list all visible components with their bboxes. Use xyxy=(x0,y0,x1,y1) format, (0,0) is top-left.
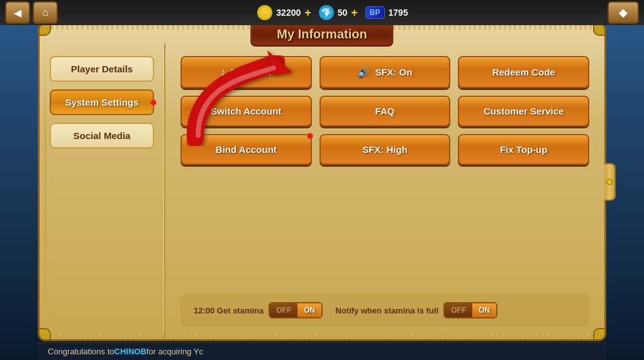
faq-button[interactable]: FAQ xyxy=(319,96,451,127)
sidebar-item-system-settings[interactable]: System Settings xyxy=(50,89,154,115)
profile-icon: ◆ xyxy=(619,6,628,20)
sidebar-label-system-settings: System Settings xyxy=(65,97,139,108)
topbar-left-buttons: ◀ ⌂ xyxy=(5,1,58,24)
sfx-icon: 🔊 xyxy=(357,66,370,78)
stamina-full-off[interactable]: OFF xyxy=(445,303,472,317)
corner-tr xyxy=(593,23,606,36)
sidebar-item-player-details[interactable]: Player Details xyxy=(50,56,154,82)
topbar: ◀ ⌂ 🪙 32200 + 💎 50 + BP 1795 ◆ xyxy=(0,0,644,25)
home-button[interactable]: ⌂ xyxy=(33,1,58,24)
sidebar-label-social-media: Social Media xyxy=(74,130,131,141)
customer-service-button[interactable]: Customer Service xyxy=(458,96,589,127)
stamina-time-switch[interactable]: OFF ON xyxy=(269,302,323,318)
gem-icon: 💎 xyxy=(319,5,334,20)
panel-right-handle[interactable] xyxy=(604,163,616,201)
bind-account-red-dot xyxy=(307,133,313,139)
sidebar-border xyxy=(45,50,46,333)
customer-service-label: Customer Service xyxy=(484,106,564,116)
sfx-toggle-label: SFX: On xyxy=(375,67,412,77)
sidebar-label-player-details: Player Details xyxy=(71,64,133,74)
gem-add-button[interactable]: + xyxy=(351,6,358,20)
profile-button[interactable]: ◆ xyxy=(608,1,639,24)
stamina-time-off[interactable]: OFF xyxy=(270,303,297,317)
gem-value: 50 xyxy=(338,8,348,18)
handle-circle xyxy=(606,179,613,185)
stamina-full-switch[interactable]: OFF ON xyxy=(443,302,497,318)
back-icon: ◀ xyxy=(14,7,21,19)
stamina-full-toggle-group: Notify when stamina is full OFF ON xyxy=(335,302,497,318)
toggles-section: 12:00 Get stamina OFF ON Notify when sta… xyxy=(180,294,589,327)
back-button[interactable]: ◀ xyxy=(5,1,30,24)
stamina-time-on[interactable]: ON xyxy=(297,303,321,317)
bgm-icon: ♪ xyxy=(221,67,226,78)
bind-account-label: Bind Account xyxy=(216,144,277,155)
bp-label: BP xyxy=(365,6,385,19)
corner-tl xyxy=(38,23,51,36)
ticker-prefix: Congratulations to xyxy=(48,347,114,356)
stamina-full-label: Notify when stamina is full xyxy=(335,306,438,315)
coin-icon: 🪙 xyxy=(257,5,272,20)
sfx-toggle-button[interactable]: 🔊 SFX: On xyxy=(319,56,451,88)
stamina-time-label: 12:00 Get stamina xyxy=(194,306,264,315)
bp-value: 1795 xyxy=(389,8,408,18)
bgm-button[interactable]: ♪ BGM: On xyxy=(180,56,312,88)
bp-group: BP 1795 xyxy=(365,6,408,19)
ticker-highlight: CHINOB xyxy=(114,347,147,356)
panel-title: My Information xyxy=(277,27,367,41)
fix-topup-button[interactable]: Fix Top-up xyxy=(458,134,589,165)
sfx-high-label: SFX: High xyxy=(362,144,408,155)
stamina-full-on[interactable]: ON xyxy=(472,303,496,317)
panel-title-banner: My Information xyxy=(250,22,393,47)
switch-account-button[interactable]: Switch Account xyxy=(180,96,312,127)
content-area: ♪ BGM: On 🔊 SFX: On Redeem Code Switch A… xyxy=(165,43,604,339)
topbar-currency: 🪙 32200 + 💎 50 + BP 1795 xyxy=(58,5,608,20)
main-panel: My Information Player Details System Set… xyxy=(38,23,606,341)
coin-add-button[interactable]: + xyxy=(304,6,311,20)
system-settings-red-dot xyxy=(150,99,157,106)
coin-group: 🪙 32200 + xyxy=(257,5,311,20)
switch-account-label: Switch Account xyxy=(211,106,281,116)
stamina-time-toggle-group: 12:00 Get stamina OFF ON xyxy=(194,302,323,318)
sfx-high-button[interactable]: SFX: High xyxy=(319,134,451,165)
sidebar: Player Details System Settings Social Me… xyxy=(40,43,165,339)
fix-topup-label: Fix Top-up xyxy=(500,144,548,155)
redeem-code-button[interactable]: Redeem Code xyxy=(458,56,589,88)
gem-group: 💎 50 + xyxy=(319,5,358,20)
redeem-code-label: Redeem Code xyxy=(492,67,555,77)
bind-account-button[interactable]: Bind Account xyxy=(180,134,312,165)
faq-label: FAQ xyxy=(375,106,395,116)
coin-value: 32200 xyxy=(276,8,301,18)
bottom-ticker: Congratulations to CHINOB for acquiring … xyxy=(38,342,606,360)
home-icon: ⌂ xyxy=(42,7,48,18)
panel-body: Player Details System Settings Social Me… xyxy=(40,43,604,339)
bgm-label: BGM: On xyxy=(231,67,272,77)
ticker-suffix: for acquiring Yc xyxy=(147,347,203,356)
button-grid: ♪ BGM: On 🔊 SFX: On Redeem Code Switch A… xyxy=(180,56,589,165)
sidebar-item-social-media[interactable]: Social Media xyxy=(50,123,154,149)
